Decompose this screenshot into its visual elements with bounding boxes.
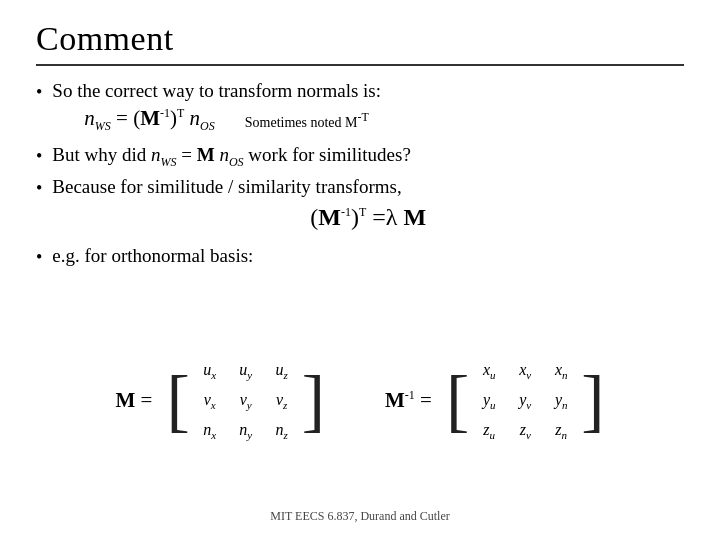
bullet3-text: Because for similitude / similarity tran… [52, 176, 401, 197]
formula1: nWS = (M-1)T nOS [84, 106, 214, 134]
m-cell-vx: vx [204, 391, 216, 411]
bullet-item-1: • So the correct way to transform normal… [36, 80, 684, 138]
bullet-dot-1: • [36, 82, 42, 103]
footer: MIT EECS 6.837, Durand and Cutler [36, 509, 684, 524]
bullet-content-2: But why did nWS = M nOS work for similit… [52, 144, 684, 170]
formula1-note: Sometimes noted M-T [245, 110, 369, 131]
matrix-Minv-brackets: [ xu xv xn yu yv yn zu zv zn ] [446, 356, 605, 446]
equals: = ( [116, 106, 140, 130]
title-divider [36, 64, 684, 66]
m-cell-uy: uy [239, 361, 252, 381]
bullet-content-1: So the correct way to transform normals … [52, 80, 684, 138]
m-cell-ux: ux [203, 361, 216, 381]
bullet2-prefix: But why did [52, 144, 151, 165]
matrix-M-bracket-right: ] [302, 366, 325, 436]
matrix-Minv-label: M-1 = [385, 388, 432, 413]
matrix-M-label: M = [115, 388, 152, 413]
mi-cell-zu: zu [483, 421, 495, 441]
formula1-line: nWS = (M-1)T nOS Sometimes noted M-T [84, 106, 684, 134]
mi-cell-zn: zn [555, 421, 567, 441]
matrix-section: M = [ ux uy uz vx vy vz nx ny nz ] M-1 =… [36, 297, 684, 506]
mi-cell-zv: zv [520, 421, 531, 441]
matrix-M-grid: ux uy uz vx vy vz nx ny nz [192, 356, 300, 446]
matrix-M-brackets: [ ux uy uz vx vy vz nx ny nz ] [166, 356, 325, 446]
bullet-dot-3: • [36, 178, 42, 199]
m-cell-nx: nx [203, 421, 216, 441]
bullet2-eq: = [181, 144, 196, 165]
bullet-list: • So the correct way to transform normal… [36, 80, 684, 289]
matrix-M-bracket-left: [ [166, 366, 189, 436]
matrix-Minv-bracket-right: ] [581, 366, 604, 436]
bullet4-text: e.g. for orthonormal basis: [52, 245, 253, 266]
slide-title: Comment [36, 20, 684, 58]
bullet-item-3: • Because for similitude / similarity tr… [36, 176, 684, 239]
mi-cell-yn: yn [555, 391, 568, 411]
bullet-content-3: Because for similitude / similarity tran… [52, 176, 684, 239]
mi-cell-xu: xu [483, 361, 496, 381]
mi-cell-xn: xn [555, 361, 568, 381]
n-ws: nWS [84, 106, 111, 130]
matrix-Minv-bracket-left: [ [446, 366, 469, 436]
bullet2-M: M [197, 144, 215, 165]
bullet-dot-4: • [36, 247, 42, 268]
bullet-dot-2: • [36, 146, 42, 167]
slide: Comment • So the correct way to transfor… [0, 0, 720, 540]
bullet2-nws: nWS [151, 144, 177, 165]
m-cell-uz: uz [276, 361, 288, 381]
bullet2-nos: nOS [219, 144, 243, 165]
m-cell-vy: vy [240, 391, 252, 411]
bullet-item-2: • But why did nWS = M nOS work for simil… [36, 144, 684, 170]
mi-cell-xv: xv [519, 361, 531, 381]
M: M [140, 106, 160, 130]
bullet-content-4: e.g. for orthonormal basis: [52, 245, 684, 267]
m-cell-nz: nz [276, 421, 288, 441]
matrix-Minv-grid: xu xv xn yu yv yn zu zv zn [471, 356, 579, 446]
bullet1-text: So the correct way to transform normals … [52, 80, 381, 101]
m-cell-ny: ny [239, 421, 252, 441]
bullet-item-4: • e.g. for orthonormal basis: [36, 245, 684, 268]
center-formula: (M-1)T =λ M [52, 204, 684, 231]
n-os: nOS [190, 106, 215, 130]
bullet2-rest: work for similitudes? [248, 144, 411, 165]
mi-cell-yu: yu [483, 391, 496, 411]
m-cell-vz: vz [276, 391, 287, 411]
mi-cell-yv: yv [519, 391, 531, 411]
